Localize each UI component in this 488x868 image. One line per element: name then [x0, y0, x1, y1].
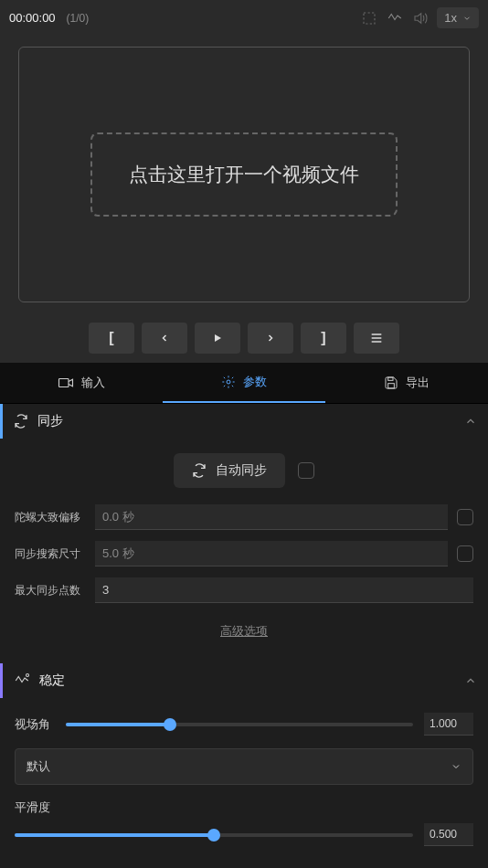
next-frame-button[interactable] [248, 323, 293, 354]
max-points-label: 最大同步点数 [15, 583, 86, 598]
smoothness-slider[interactable] [15, 833, 413, 837]
sync-icon [14, 414, 28, 429]
save-icon [384, 376, 398, 390]
section-stab-header[interactable]: 稳定 [0, 663, 488, 698]
prev-frame-button[interactable] [142, 323, 187, 354]
tab-export[interactable]: 导出 [325, 363, 488, 403]
chevron-left-icon [159, 333, 170, 344]
menu-button[interactable] [354, 323, 399, 354]
gyro-offset-check[interactable] [457, 509, 473, 525]
fov-label: 视场角 [15, 716, 55, 733]
speed-select[interactable]: 1x [437, 7, 479, 28]
chevron-up-icon [464, 674, 477, 687]
section-sync-header[interactable]: 同步 [0, 404, 488, 439]
stabilize-icon [14, 672, 30, 689]
chevron-up-icon [464, 415, 477, 428]
smoothness-label: 平滑度 [15, 799, 55, 816]
svg-point-2 [227, 380, 230, 384]
stabilize-icon[interactable] [386, 9, 404, 27]
auto-sync-label: 自动同步 [216, 462, 267, 479]
tab-input[interactable]: 输入 [0, 363, 163, 403]
tab-params-label: 参数 [243, 374, 267, 390]
max-points-input[interactable] [95, 577, 473, 603]
tab-input-label: 输入 [81, 375, 105, 391]
method-dropdown[interactable]: 默认 [15, 748, 473, 785]
fov-slider[interactable] [66, 723, 413, 726]
drop-zone[interactable]: 点击这里打开一个视频文件 [90, 132, 398, 217]
stab-advanced-link[interactable]: 高级选项 [15, 859, 473, 868]
gyro-offset-input[interactable] [95, 504, 448, 530]
gyro-offset-label: 陀螺大致偏移 [15, 510, 86, 525]
video-preview[interactable]: 点击这里打开一个视频文件 [18, 47, 470, 302]
chevron-right-icon [265, 333, 276, 344]
section-stab-title: 稳定 [39, 672, 455, 689]
svg-point-5 [27, 674, 29, 677]
speed-value: 1x [444, 11, 457, 25]
tab-params[interactable]: 参数 [163, 363, 325, 403]
auto-sync-button[interactable]: 自动同步 [174, 453, 285, 488]
refresh-icon [192, 463, 207, 478]
svg-rect-3 [388, 377, 393, 380]
play-button[interactable] [195, 323, 240, 354]
drop-hint: 点击这里打开一个视频文件 [129, 164, 359, 185]
mark-out-button[interactable]: ] [301, 323, 346, 354]
gear-icon [221, 375, 236, 389]
smoothness-value-input[interactable] [424, 823, 473, 846]
camera-icon [58, 376, 74, 389]
fov-value-input[interactable] [424, 713, 473, 736]
svg-rect-4 [388, 384, 395, 388]
frame-count: (1/0) [67, 12, 90, 25]
sync-advanced-link[interactable]: 高级选项 [15, 614, 473, 649]
search-size-input[interactable] [95, 541, 448, 566]
svg-rect-0 [364, 13, 375, 24]
mark-in-button[interactable]: [ [89, 323, 134, 354]
svg-rect-1 [59, 379, 69, 387]
volume-icon[interactable] [411, 9, 430, 27]
timecode: 00:00:00 [9, 11, 56, 25]
auto-sync-check[interactable] [298, 462, 314, 479]
search-size-label: 同步搜索尺寸 [15, 546, 86, 562]
menu-icon [369, 331, 384, 345]
crop-icon[interactable] [360, 9, 378, 27]
method-value: 默认 [27, 758, 50, 775]
section-sync-title: 同步 [37, 413, 455, 429]
tab-export-label: 导出 [406, 375, 430, 391]
play-icon [212, 333, 223, 344]
search-size-check[interactable] [457, 545, 473, 562]
chevron-down-icon [451, 761, 461, 772]
chevron-down-icon [462, 14, 472, 23]
